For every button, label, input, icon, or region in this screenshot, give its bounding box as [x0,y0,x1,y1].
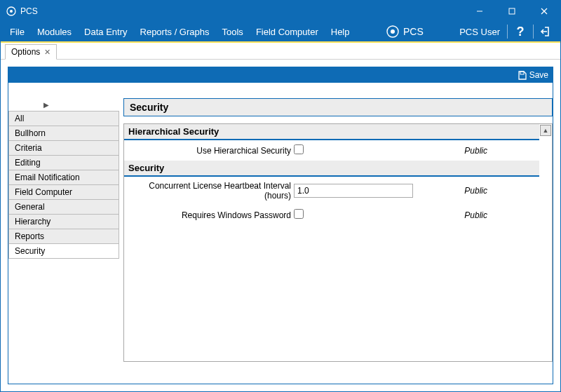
brand-icon [386,25,399,38]
menu-data-entry[interactable]: Data Entry [78,22,133,41]
sidebar-item-all[interactable]: All [8,111,119,126]
field-requires-windows-password: Requires Windows Password Public [124,205,539,225]
help-icon-button[interactable]: ? [509,22,532,41]
menu-divider [507,25,508,39]
svg-rect-3 [509,8,515,14]
field-scope: Public [413,210,536,220]
field-scope: Public [413,146,536,156]
save-label: Save [529,70,548,80]
logout-icon [540,25,553,38]
sidebar-item-reports[interactable]: Reports [8,229,119,244]
menu-brand[interactable]: PCS [379,25,431,38]
sidebar-item-bullhorn[interactable]: Bullhorn [8,126,119,141]
logout-button[interactable] [535,22,557,41]
field-label: Requires Windows Password [127,210,294,220]
use-hierarchical-security-checkbox[interactable] [294,144,304,154]
svg-point-7 [391,29,395,34]
options-sidebar: ▶ All Bullhorn Criteria Editing Email No… [8,98,119,384]
panel-body: ▶ All Bullhorn Criteria Editing Email No… [8,83,553,384]
tab-label: Options [11,47,40,57]
group-heading-hierarchical-security: Hierarchical Security [124,124,539,140]
menubar: File Modules Data Entry Reports / Graphs… [1,22,560,43]
page-title: Security [123,98,553,116]
brand-label: PCS [403,26,424,37]
sidebar-item-field-computer[interactable]: Field Computer [8,185,119,200]
field-use-hierarchical-security: Use Hierarchical Security Public [124,140,539,161]
menu-help[interactable]: Help [325,22,356,41]
scroll-up-button[interactable]: ▲ [540,125,551,136]
svg-point-1 [10,10,13,13]
menu-modules[interactable]: Modules [31,22,78,41]
sidebar-item-criteria[interactable]: Criteria [8,141,119,156]
menu-field-computer[interactable]: Field Computer [250,22,325,41]
minimize-button[interactable] [464,1,496,22]
app-icon [6,6,16,16]
field-scope: Public [413,186,536,196]
field-heartbeat-interval: Concurrent License Heartbeat Interval (h… [124,177,539,205]
sidebar-expand-icon[interactable]: ▶ [8,98,119,111]
options-panel: Save ▶ All Bullhorn Criteria Editing Ema… [8,67,553,384]
settings-scroll-region: ▲ Hierarchical Security Use Hierarchical… [123,123,553,362]
menu-file[interactable]: File [4,22,31,41]
close-button[interactable] [528,1,560,22]
menu-reports-graphs[interactable]: Reports / Graphs [134,22,216,41]
tab-close-icon[interactable]: ✕ [44,48,50,57]
menu-divider [533,25,534,39]
options-main: Security ▲ Hierarchical Security Use Hie… [119,98,553,384]
tab-options[interactable]: Options ✕ [5,44,57,60]
group-heading-security: Security [124,161,539,177]
sidebar-item-general[interactable]: General [8,200,119,215]
window-title: PCS [20,6,38,16]
sidebar-item-editing[interactable]: Editing [8,156,119,170]
field-label: Use Hierarchical Security [127,146,294,156]
sidebar-item-hierarchy[interactable]: Hierarchy [8,215,119,229]
sidebar-item-email-notification[interactable]: Email Notification [8,170,119,185]
tabstrip: Options ✕ [1,43,560,60]
menu-tools[interactable]: Tools [216,22,250,41]
maximize-button[interactable] [496,1,528,22]
titlebar: PCS [1,1,560,22]
save-button[interactable]: Save [518,70,548,80]
menu-user[interactable]: PCS User [454,27,506,37]
sidebar-item-security[interactable]: Security [8,244,119,259]
save-icon [518,71,527,80]
content-area: Save ▶ All Bullhorn Criteria Editing Ema… [1,60,560,391]
requires-windows-password-checkbox[interactable] [294,209,304,219]
panel-toolbar: Save [8,67,553,83]
field-label: Concurrent License Heartbeat Interval (h… [127,181,294,201]
heartbeat-interval-input[interactable] [294,184,413,198]
